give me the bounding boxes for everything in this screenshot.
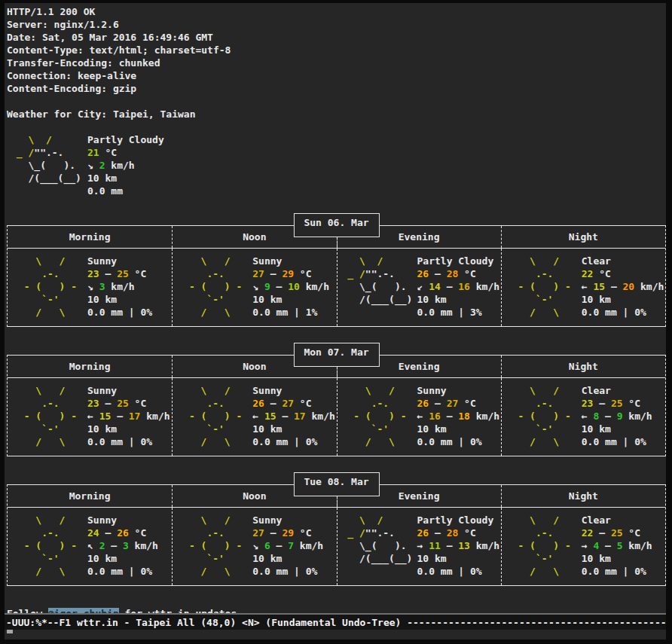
wind-info: ↖ 2 – 3 km/h [87, 539, 172, 552]
forecast-day-1: Sun 06. Mar Morning Noon Evening Night \… [7, 225, 666, 327]
forecast-cell-noon: \ / .-. - ( ) - `-' / \ Sunny 27 – 29 °C… [172, 249, 336, 326]
weather-icon: \ / .-. - ( ) - `-' / \ [8, 384, 87, 448]
http-status-line: HTTP/1.1 200 OK [7, 5, 666, 18]
precipitation: 0.0 mm | 0% [252, 435, 336, 448]
forecast-cell-morning: \ / .-. - ( ) - `-' / \ Sunny 23 – 25 °C… [8, 249, 172, 326]
emacs-buffer: HTTP/1.1 200 OK Server: nginx/1.2.6 Date… [5, 3, 666, 639]
precipitation: 0.0 mm | 1% [252, 306, 336, 319]
column-header-morning: Morning [8, 485, 172, 507]
precipitation: 0.0 mm | 0% [417, 435, 501, 448]
precipitation: 0.0 mm | 0% [87, 435, 172, 448]
visibility: 10 km [417, 423, 501, 435]
forecast-cell-night: \ / .-. - ( ) - `-' / \ Clear 22 – 25 °C… [501, 508, 665, 585]
temperature-range: 26 – 28 °C [417, 267, 501, 280]
temperature-range: 22 – 25 °C [582, 526, 665, 539]
current-visibility: 10 km [87, 172, 164, 185]
http-header-connection: Connection: keep-alive [7, 69, 666, 82]
weather-icon: \ / .-. - ( ) - `-' / \ [173, 384, 252, 448]
http-header-transfer-encoding: Transfer-Encoding: chunked [7, 56, 666, 69]
visibility: 10 km [87, 552, 172, 565]
condition-text: Sunny [87, 255, 172, 267]
visibility: 10 km [252, 552, 336, 565]
precipitation: 0.0 mm | 0% [417, 565, 501, 578]
forecast-cell-night: \ / .-. - ( ) - `-' / \ Clear 22 °C ← 15… [501, 249, 665, 326]
visibility: 10 km [417, 552, 501, 565]
current-temperature: 21 °C [87, 146, 164, 159]
date-label-box: Mon 07. Mar [293, 343, 379, 367]
weather-icon: \ / .-. - ( ) - `-' / \ [173, 255, 252, 319]
condition-text: Clear [582, 384, 665, 397]
condition-text: Partly Cloudy [417, 514, 501, 526]
weather-icon: \ / .-. - ( ) - `-' / \ [173, 514, 252, 578]
temperature-range: 26 – 28 °C [417, 526, 501, 539]
forecast-cell-noon: \ / .-. - ( ) - `-' / \ Sunny 27 – 29 °C… [172, 508, 336, 585]
temperature-range: 27 – 29 °C [252, 526, 336, 539]
location-title: Weather for City: Taipei, Taiwan [7, 108, 666, 121]
weather-icon: \ / .-. - ( ) - `-' / \ [502, 514, 582, 578]
precipitation: 0.0 mm | 0% [582, 435, 665, 448]
condition-text: Clear [582, 255, 665, 267]
column-header-night: Night [501, 485, 665, 507]
forecast-cell-evening: \ / _ /"".-. \_( ). /(___(__) Partly Clo… [337, 249, 501, 326]
current-wind: ↘ 2 km/h [87, 159, 164, 172]
wind-info: ↘ 3 km/h [87, 280, 172, 293]
forecast-cell-morning: \ / .-. - ( ) - `-' / \ Sunny 23 – 25 °C… [8, 378, 172, 456]
condition-text: Sunny [87, 384, 172, 397]
date-label-box: Tue 08. Mar [293, 472, 379, 496]
http-header-date: Date: Sat, 05 Mar 2016 16:49:46 GMT [7, 31, 666, 44]
wind-info: ↘ 9 – 10 km/h [252, 280, 336, 293]
wind-info: ↘ 6 – 7 km/h [252, 539, 336, 552]
precipitation: 0.0 mm | 0% [87, 565, 172, 578]
temperature-range: 26 – 27 °C [252, 397, 336, 410]
forecast-table-body: \ / .-. - ( ) - `-' / \ Sunny 24 – 26 °C… [8, 508, 665, 585]
current-weather-info: Partly Cloudy 21 °C ↘ 2 km/h 10 km 0.0 m… [87, 133, 164, 197]
forecast-cell-evening: \ / .-. - ( ) - `-' / \ Sunny 26 – 27 °C… [337, 378, 501, 456]
emacs-mode-line: -UUU:%*--F1 wttr.in - Taipei All (48,0) … [5, 613, 666, 630]
condition-text: Sunny [252, 255, 336, 267]
current-precipitation: 0.0 mm [87, 185, 164, 197]
forecast-cell-noon: \ / .-. - ( ) - `-' / \ Sunny 26 – 27 °C… [172, 378, 336, 456]
wind-info: → 11 – 13 km/h [417, 539, 501, 552]
wind-info: ← 15 – 20 km/h [582, 280, 665, 293]
temperature-range: 24 – 26 °C [87, 526, 172, 539]
date-label-box: Sun 06. Mar [293, 213, 379, 237]
precipitation: 0.0 mm | 3% [417, 306, 501, 319]
weather-icon: \ / .-. - ( ) - `-' / \ [8, 255, 87, 319]
condition-text: Sunny [252, 514, 336, 526]
wind-info: ← 15 – 17 km/h [87, 410, 172, 423]
visibility: 10 km [252, 423, 336, 435]
wind-info: ← 8 – 9 km/h [582, 410, 665, 423]
precipitation: 0.0 mm | 0% [582, 306, 665, 319]
visibility: 10 km [87, 293, 172, 306]
http-header-server: Server: nginx/1.2.6 [7, 18, 666, 31]
temperature-range: 23 – 25 °C [582, 397, 665, 410]
visibility: 10 km [87, 423, 172, 435]
column-header-morning: Morning [8, 356, 172, 377]
temperature-range: 27 – 29 °C [252, 267, 336, 280]
visibility: 10 km [582, 423, 665, 435]
current-conditions: \ / _ /"".-. \_( ). /(___(__) Partly Clo… [7, 133, 666, 197]
forecast-day-3: Tue 08. Mar Morning Noon Evening Night \… [7, 484, 666, 586]
weather-icon: \ / _ /"".-. \_( ). /(___(__) [338, 255, 417, 319]
condition-text: Clear [582, 514, 665, 526]
current-weather-icon: \ / _ /"".-. \_( ). /(___(__) [7, 133, 87, 197]
weather-icon: \ / .-. - ( ) - `-' / \ [502, 255, 582, 319]
visibility: 10 km [582, 552, 665, 565]
mode-line-filler: ----------------------------------------… [407, 617, 666, 628]
wind-info: → 4 – 5 km/h [582, 539, 665, 552]
terminal-window: HTTP/1.1 200 OK Server: nginx/1.2.6 Date… [0, 0, 672, 644]
column-header-night: Night [501, 356, 665, 377]
precipitation: 0.0 mm | 0% [252, 565, 336, 578]
forecast-cell-evening: \ / _ /"".-. \_( ). /(___(__) Partly Clo… [337, 508, 501, 585]
forecast-day-2: Mon 07. Mar Morning Noon Evening Night \… [7, 355, 666, 456]
temperature-range: 23 – 25 °C [87, 397, 172, 410]
column-header-night: Night [501, 226, 665, 248]
condition-text: Sunny [87, 514, 172, 526]
mode-line-text: -UUU:%*--F1 wttr.in - Taipei All (48,0) … [6, 617, 407, 628]
weather-icon: \ / _ /"".-. \_( ). /(___(__) [338, 514, 417, 578]
visibility: 10 km [582, 293, 665, 306]
precipitation: 0.0 mm | 0% [87, 306, 172, 319]
forecast-cell-morning: \ / .-. - ( ) - `-' / \ Sunny 24 – 26 °C… [8, 508, 172, 585]
current-condition-text: Partly Cloudy [87, 133, 164, 146]
weather-icon: \ / .-. - ( ) - `-' / \ [338, 384, 417, 448]
